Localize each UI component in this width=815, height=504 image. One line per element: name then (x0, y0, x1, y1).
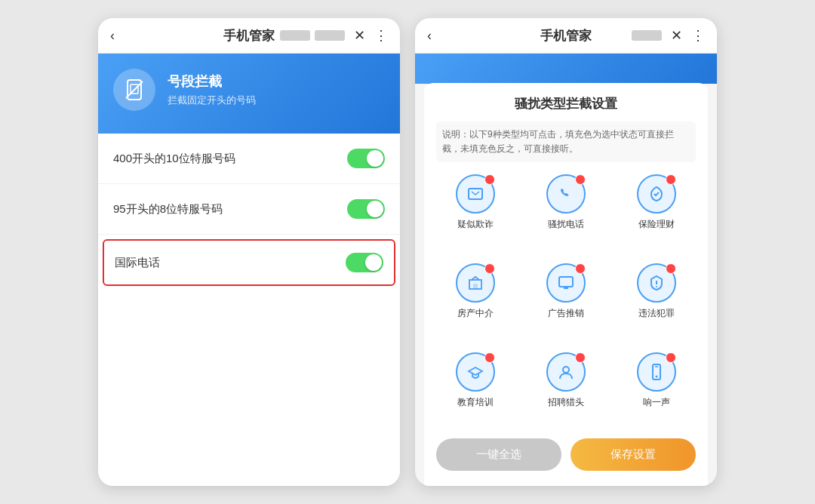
category-insurance-icon-wrap (637, 174, 676, 214)
category-realestate-label: 房产中介 (457, 307, 494, 320)
banner-subtitle: 拦截固定开头的号码 (168, 94, 256, 107)
category-ring-icon-wrap (637, 352, 676, 392)
right-phone-screen: ‹ 手机管家 ✕ ⋮ 骚扰类型拦截设置 说明：以下9种类型均可点击，填充色为选中… (415, 18, 717, 486)
category-insurance-label: 保险理财 (638, 218, 675, 231)
right-status-blur-1 (632, 30, 662, 41)
left-header: ‹ 手机管家 ✕ ⋮ (98, 18, 400, 54)
svg-rect-3 (469, 189, 482, 199)
bottom-buttons: 一键全选 保存设置 (436, 429, 696, 474)
insurance-red-dot (666, 174, 676, 185)
banner-title: 号段拦截 (168, 72, 256, 91)
left-title: 手机管家 (223, 27, 275, 45)
toggle-switch-400[interactable] (347, 149, 385, 168)
right-header-right: ✕ ⋮ (632, 27, 705, 44)
category-headhunter-icon-wrap (546, 352, 586, 392)
left-more-button[interactable]: ⋮ (374, 27, 388, 44)
status-blur-2 (315, 30, 345, 41)
category-harass-label: 骚扰电话 (548, 218, 584, 231)
toggle-list: 400开头的10位特服号码 95开头的8位特服号码 国际电话 (98, 134, 400, 486)
right-blue-top (415, 54, 717, 84)
card-title: 骚扰类型拦截设置 (436, 95, 696, 112)
category-fraud-label: 疑似欺诈 (457, 218, 494, 231)
category-illegal-icon-wrap (637, 263, 676, 303)
category-realestate[interactable]: 房产中介 (436, 263, 515, 340)
card-desc: 说明：以下9种类型均可点击，填充色为选中状态可直接拦截，未填充色反之，可直接接听… (436, 121, 696, 162)
left-content: 号段拦截 拦截固定开头的号码 400开头的10位特服号码 95开头的8位特服号码… (98, 54, 400, 486)
category-illegal-label: 违法犯罪 (638, 307, 675, 320)
status-blur-1 (280, 30, 310, 41)
toggle-label-400: 400开头的10位特服号码 (113, 152, 235, 166)
category-harass[interactable]: 骚扰电话 (527, 174, 605, 251)
category-insurance[interactable]: 保险理财 (617, 174, 696, 251)
category-grid: 疑似欺诈 骚扰电话 (436, 174, 696, 429)
right-back-button[interactable]: ‹ (427, 28, 432, 44)
svg-point-11 (563, 367, 569, 373)
category-ring[interactable]: 响一声 (617, 352, 696, 429)
left-phone-screen: ‹ 手机管家 ✕ ⋮ 号段拦截 拦截固定开头的号码 (98, 18, 400, 486)
banner-text: 号段拦截 拦截固定开头的号码 (168, 72, 256, 107)
category-ring-label: 响一声 (643, 396, 670, 409)
right-content: 骚扰类型拦截设置 说明：以下9种类型均可点击，填充色为选中状态可直接拦截，未填充… (415, 54, 717, 486)
category-headhunter-label: 招聘猎头 (548, 396, 584, 409)
toggle-switch-95[interactable] (347, 199, 385, 219)
category-fraud-icon-wrap (456, 174, 495, 214)
right-header: ‹ 手机管家 ✕ ⋮ (415, 18, 717, 54)
category-harass-icon-wrap (546, 174, 586, 214)
category-ads-label: 广告推销 (548, 307, 584, 320)
left-close-button[interactable]: ✕ (354, 27, 365, 44)
svg-rect-6 (559, 277, 573, 287)
education-red-dot (484, 352, 495, 363)
right-more-button[interactable]: ⋮ (691, 27, 705, 44)
headhunter-red-dot (575, 352, 586, 363)
fraud-red-dot (484, 174, 495, 185)
left-header-right: ✕ ⋮ (280, 27, 388, 44)
category-education-icon-wrap (456, 352, 495, 392)
harass-red-dot (575, 174, 586, 185)
toggle-item-95: 95开头的8位特服号码 (98, 184, 400, 235)
right-status-area (632, 27, 662, 44)
white-card: 骚扰类型拦截设置 说明：以下9种类型均可点击，填充色为选中状态可直接拦截，未填充… (424, 83, 708, 486)
category-ads-icon-wrap (546, 263, 586, 303)
svg-rect-5 (473, 284, 478, 289)
toggle-label-95: 95开头的8位特服号码 (113, 202, 223, 217)
right-title: 手机管家 (540, 27, 592, 45)
illegal-red-dot (666, 263, 676, 274)
category-illegal[interactable]: 违法犯罪 (617, 263, 696, 340)
toggle-label-intl: 国际电话 (115, 256, 160, 270)
right-close-button[interactable]: ✕ (671, 27, 682, 44)
blue-banner: 号段拦截 拦截固定开头的号码 (98, 54, 400, 134)
ring-red-dot (666, 352, 676, 363)
toggle-item-intl: 国际电话 (103, 239, 395, 286)
category-fraud[interactable]: 疑似欺诈 (436, 174, 515, 251)
category-realestate-icon-wrap (456, 263, 495, 303)
svg-point-14 (656, 376, 658, 378)
svg-point-10 (656, 286, 657, 287)
select-all-button[interactable]: 一键全选 (436, 438, 561, 471)
category-education[interactable]: 教育培训 (436, 352, 515, 429)
category-headhunter[interactable]: 招聘猎头 (527, 352, 605, 429)
category-ads[interactable]: 广告推销 (527, 263, 605, 340)
header-status-area (280, 27, 345, 44)
toggle-switch-intl[interactable] (346, 253, 383, 272)
left-back-button[interactable]: ‹ (110, 28, 115, 44)
banner-icon (113, 69, 155, 111)
toggle-item-400: 400开头的10位特服号码 (98, 134, 400, 184)
category-education-label: 教育培训 (457, 396, 494, 409)
phone-block-icon (123, 78, 146, 101)
ads-red-dot (575, 263, 586, 274)
save-button[interactable]: 保存设置 (570, 438, 696, 471)
realestate-red-dot (484, 263, 495, 274)
